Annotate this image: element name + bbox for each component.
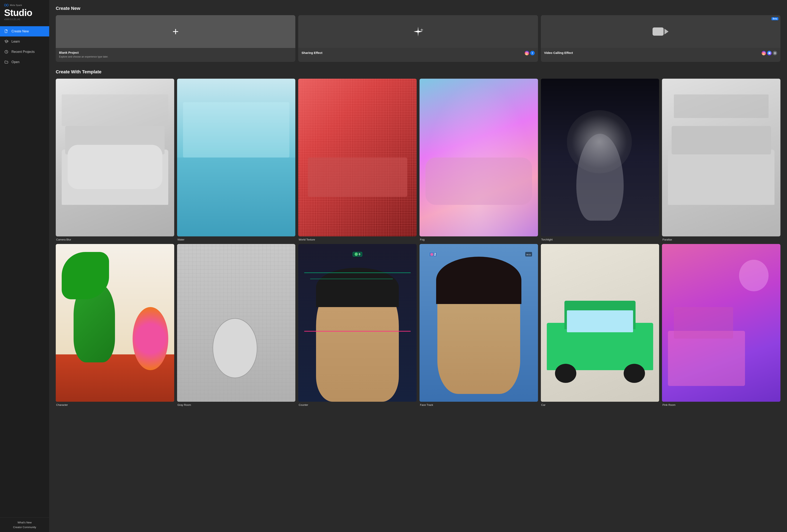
app-title: Studio — [4, 8, 45, 18]
blank-project-card[interactable]: + Blank Project Explore and choose an ex… — [56, 15, 295, 62]
template-world-texture[interactable]: World Texture — [298, 79, 417, 241]
pink-room-thumb — [662, 244, 781, 402]
svg-rect-6 — [763, 52, 765, 54]
water-label: Water — [177, 238, 296, 241]
template-camera-blur[interactable]: Camera Blur — [56, 79, 174, 241]
template-water[interactable]: Water — [177, 79, 296, 241]
video-calling-card[interactable]: Beta Video Calling Effect — [541, 15, 781, 62]
svg-point-8 — [764, 52, 765, 53]
sidebar-item-learn[interactable]: Learn — [0, 37, 49, 47]
blank-card-body: Blank Project Explore and choose an expe… — [56, 48, 295, 62]
template-fog[interactable]: Fog — [420, 79, 538, 241]
sidebar-item-create-new[interactable]: Create New — [0, 26, 49, 37]
template-grid-row2: Character Gray Room — [56, 244, 781, 406]
torchlight-thumb — [541, 79, 659, 237]
facebook-icon: f — [530, 51, 535, 55]
template-parallax[interactable]: Parallax — [662, 79, 781, 241]
fog-thumb — [420, 79, 538, 237]
template-gray-room[interactable]: Gray Room — [177, 244, 296, 406]
sidebar-item-recent-projects[interactable]: Recent Projects — [0, 47, 49, 57]
whats-new-link[interactable]: What's New — [4, 521, 45, 524]
svg-point-4 — [526, 53, 527, 53]
parallax-thumb — [662, 79, 781, 237]
template-section: Create With Template Camera Blur W — [56, 69, 781, 406]
brand-name: Meta Spark — [10, 4, 22, 6]
world-texture-thumb — [298, 79, 417, 237]
instagram-icon — [525, 51, 529, 55]
water-thumb — [177, 79, 296, 237]
sidebar-item-label: Open — [12, 60, 19, 64]
sidebar-item-label: Create New — [12, 29, 29, 33]
folder-icon — [4, 60, 8, 64]
template-pink-room[interactable]: Pink Room — [662, 244, 781, 406]
create-new-grid: + Blank Project Explore and choose an ex… — [56, 15, 781, 62]
camera-blur-thumb — [56, 79, 174, 237]
camera-blur-label: Camera Blur — [56, 238, 174, 241]
plus-icon: + — [172, 26, 178, 37]
meta-logo-icon — [4, 4, 8, 6]
creator-community-link[interactable]: Creator Community — [4, 526, 45, 529]
sidebar: Meta Spark Studio v168.0.0.25.141 Create… — [0, 0, 49, 532]
sharing-effect-card[interactable]: Sharing Effect f — [298, 15, 538, 62]
svg-point-7 — [763, 53, 764, 53]
template-counter[interactable]: 0 Counter — [298, 244, 417, 406]
beta-badge: Beta — [771, 17, 779, 20]
face-track-label: Face Track — [420, 403, 538, 406]
meta-logo: Meta Spark — [4, 4, 45, 6]
sidebar-brand: Meta Spark Studio v168.0.0.25.141 — [0, 0, 49, 26]
blank-card-desc: Explore and choose an experience type la… — [59, 55, 292, 59]
template-grid-row1: Camera Blur Water World Texture — [56, 79, 781, 241]
main-content: Create New + Blank Project Explore and c… — [49, 0, 787, 532]
app-version: v168.0.0.25.141 — [4, 18, 45, 21]
template-car[interactable]: Car — [541, 244, 659, 406]
video-card-top: Beta — [541, 15, 781, 48]
template-face-track[interactable]: 2 00:21 Face Track — [420, 244, 538, 406]
svg-point-5 — [527, 52, 528, 53]
video-card-body: Video Calling Effect — [541, 48, 781, 59]
video-card-title: Video Calling Effect — [544, 51, 573, 54]
sharing-card-top — [298, 15, 538, 48]
torchlight-label: Torchlight — [541, 238, 659, 241]
video-cam-shape — [653, 27, 668, 36]
graduation-icon — [4, 39, 8, 44]
messenger-icon — [767, 51, 772, 55]
svg-rect-3 — [526, 52, 528, 54]
counter-thumb: 0 — [298, 244, 417, 402]
car-thumb — [541, 244, 659, 402]
file-icon — [4, 29, 8, 34]
face-track-thumb: 2 00:21 — [420, 244, 538, 402]
clock-icon — [4, 49, 8, 54]
template-section-title: Create With Template — [56, 69, 781, 74]
template-torchlight[interactable]: Torchlight — [541, 79, 659, 241]
svg-rect-0 — [5, 30, 7, 33]
blank-card-title: Blank Project — [59, 51, 292, 54]
car-label: Car — [541, 403, 659, 406]
fog-label: Fog — [420, 238, 538, 241]
character-thumb — [56, 244, 174, 402]
blank-card-top: + — [56, 15, 295, 48]
sidebar-nav: Create New Learn Recent Projects — [0, 26, 49, 517]
world-texture-label: World Texture — [298, 238, 417, 241]
sidebar-item-label: Recent Projects — [12, 50, 35, 54]
gray-room-thumb — [177, 244, 296, 402]
sharing-card-body: Sharing Effect f — [298, 48, 538, 59]
sidebar-footer: What's New Creator Community — [0, 517, 49, 532]
portal-icon — [773, 51, 777, 55]
create-new-title: Create New — [56, 6, 781, 11]
counter-label: Counter — [298, 403, 417, 406]
sidebar-item-label: Learn — [12, 40, 20, 43]
sparkle-icon — [411, 25, 425, 38]
instagram-icon-2 — [762, 51, 766, 55]
parallax-label: Parallax — [662, 238, 781, 241]
sidebar-item-open[interactable]: Open — [0, 57, 49, 67]
sharing-card-title: Sharing Effect — [301, 51, 322, 54]
gray-room-label: Gray Room — [177, 403, 296, 406]
pink-room-label: Pink Room — [662, 403, 781, 406]
character-label: Character — [56, 403, 174, 406]
template-character[interactable]: Character — [56, 244, 174, 406]
create-new-section: Create New + Blank Project Explore and c… — [56, 6, 781, 62]
